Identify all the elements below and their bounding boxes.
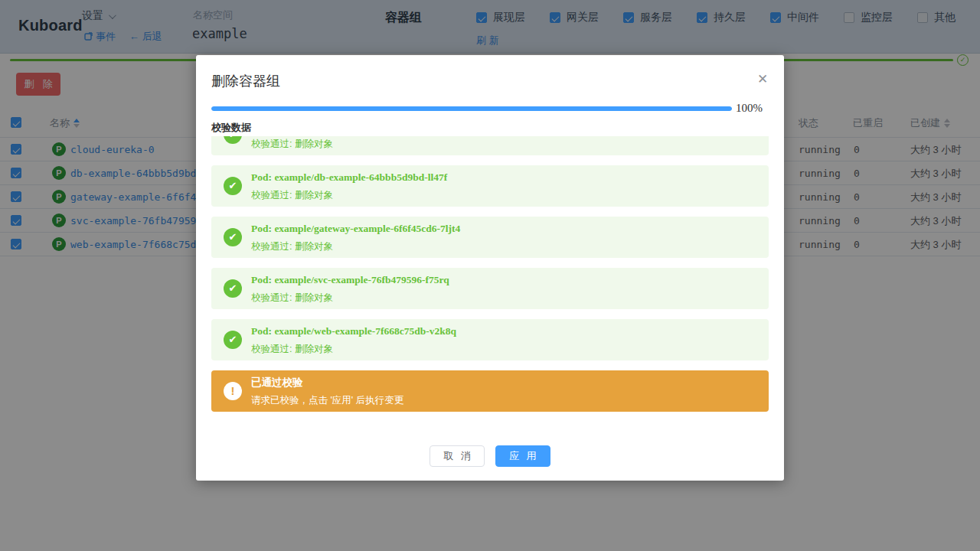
warning-exclamation-icon: ! xyxy=(224,382,242,400)
progress-percent: 100% xyxy=(736,102,763,115)
success-check-icon: ✔ xyxy=(224,136,242,144)
validation-result-item: ✔ Pod: example/web-example-7f668c75db-v2… xyxy=(211,319,769,360)
close-icon[interactable]: ✕ xyxy=(753,70,772,89)
result-title: Pod: example/svc-example-76fb479596-f75r… xyxy=(251,273,758,287)
result-message: 校验通过: 删除对象 xyxy=(251,138,758,150)
progress-fill xyxy=(211,106,732,111)
result-message: 校验通过: 删除对象 xyxy=(251,189,758,201)
success-check-icon: ✔ xyxy=(224,177,242,195)
success-check-icon: ✔ xyxy=(224,279,242,298)
result-title: Pod: example/gateway-example-6f6f45cd6-7… xyxy=(251,222,758,236)
validation-result-item: ✔ Pod: example/svc-example-76fb479596-f7… xyxy=(211,268,769,309)
delete-pods-dialog: 删除容器组 ✕ 100% 校验数据 ✔ 校验通过: 删除对象 ✔ Pod: ex… xyxy=(196,55,784,481)
validation-result-item: ✔ 校验通过: 删除对象 xyxy=(211,136,769,155)
success-check-icon: ✔ xyxy=(224,228,242,246)
cancel-button[interactable]: 取 消 xyxy=(430,445,485,467)
success-check-icon: ✔ xyxy=(224,331,242,349)
validation-results-list[interactable]: ✔ 校验通过: 删除对象 ✔ Pod: example/db-example-6… xyxy=(211,136,769,413)
validation-result-item: ✔ Pod: example/db-example-64bbb5d9bd-ll4… xyxy=(211,165,769,207)
result-title: Pod: example/web-example-7f668c75db-v2k8… xyxy=(251,324,758,338)
summary-message: 请求已校验，点击 '应用' 后执行变更 xyxy=(251,394,758,406)
result-message: 校验通过: 删除对象 xyxy=(251,292,758,304)
kuboard-pods-page: Kuboard 设置 事件 ←后退 名称空间 example 容器组 展现层 网… xyxy=(0,0,980,551)
dialog-footer: 取 消 应 用 xyxy=(196,445,784,467)
result-title: Pod: example/db-example-64bbb5d9bd-ll47f xyxy=(251,171,758,184)
validation-result-item: ✔ Pod: example/gateway-example-6f6f45cd6… xyxy=(211,217,769,258)
dialog-title: 删除容器组 xyxy=(211,72,280,90)
apply-button[interactable]: 应 用 xyxy=(495,445,550,467)
result-message: 校验通过: 删除对象 xyxy=(251,240,758,253)
validation-section-label: 校验数据 xyxy=(211,121,251,135)
summary-title: 已通过校验 xyxy=(251,376,758,390)
validation-progress-bar xyxy=(211,106,732,111)
validation-summary-banner: ! 已通过校验 请求已校验，点击 '应用' 后执行变更 xyxy=(211,370,769,412)
result-message: 校验通过: 删除对象 xyxy=(251,343,758,355)
